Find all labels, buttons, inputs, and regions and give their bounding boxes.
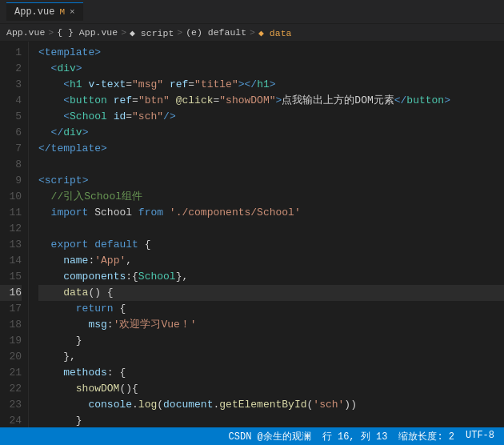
ln-5: 5 [0, 109, 22, 125]
code-line-23: console.log(document.getElementById('sch… [38, 397, 504, 413]
code-line-1: <template> [38, 45, 504, 61]
code-line-16: data() { [38, 285, 504, 301]
close-tab-button[interactable]: × [70, 7, 75, 17]
code-line-8 [38, 157, 504, 173]
code-line-17: return { [38, 301, 504, 317]
code-area[interactable]: <template> <div> <h1 v-text="msg" ref="t… [29, 42, 504, 427]
code-line-22: showDOM(){ [38, 381, 504, 397]
watermark: CSDN @余生的观澜 [229, 430, 311, 443]
tab-label: App.vue [14, 6, 54, 18]
ln-3: 3 [0, 77, 22, 93]
code-line-12 [38, 221, 504, 237]
tab-appvue[interactable]: App.vue M × [6, 2, 83, 21]
code-line-7: </template> [38, 141, 504, 157]
code-line-15: components:{School}, [38, 269, 504, 285]
code-line-24: } [38, 413, 504, 427]
code-line-20: }, [38, 349, 504, 365]
modified-indicator: M [59, 7, 65, 17]
ln-7: 7 [0, 141, 22, 157]
ln-11: 11 [0, 205, 22, 221]
ln-4: 4 [0, 93, 22, 109]
code-line-21: methods: { [38, 365, 504, 381]
breadcrumb-part-5: ◆ data [258, 27, 291, 38]
code-line-3: <h1 v-text="msg" ref="title"></h1> [38, 77, 504, 93]
breadcrumb-part-1: App.vue [6, 27, 45, 38]
title-bar: App.vue M × [0, 0, 504, 24]
code-line-10: //引入School组件 [38, 189, 504, 205]
code-line-2: <div> [38, 61, 504, 77]
ln-9: 9 [0, 173, 22, 189]
ln-1: 1 [0, 45, 22, 61]
editor: 1 2 3 4 5 6 7 8 9 10 11 12 13 14 15 16 1… [0, 42, 504, 427]
ln-20: 20 [0, 349, 22, 365]
status-bar: CSDN @余生的观澜 行 16, 列 13 缩放长度: 2 UTF-8 [0, 427, 504, 445]
status-encoding: UTF-8 [466, 430, 494, 443]
ln-10: 10 [0, 189, 22, 205]
breadcrumb-part-4: (e) default [186, 27, 246, 38]
ln-12: 12 [0, 221, 22, 237]
code-line-9: <script> [38, 173, 504, 189]
status-right: CSDN @余生的观澜 行 16, 列 13 缩放长度: 2 UTF-8 [229, 430, 494, 443]
breadcrumb-bar: App.vue > { } App.vue > ◆ script > (e) d… [0, 24, 504, 42]
code-line-14: name:'App', [38, 253, 504, 269]
code-line-6: </div> [38, 125, 504, 141]
status-sel-length: 缩放长度: 2 [398, 430, 454, 443]
ln-8: 8 [0, 157, 22, 173]
ln-22: 22 [0, 381, 22, 397]
breadcrumb-part-3: ◆ script [130, 27, 174, 38]
status-line-col: 行 16, 列 13 [322, 430, 388, 443]
ln-6: 6 [0, 125, 22, 141]
ln-13: 13 [0, 237, 22, 253]
code-line-5: <School id="sch"/> [38, 109, 504, 125]
ln-24: 24 [0, 413, 22, 427]
code-line-4: <button ref="btn" @click="showDOM">点我输出上… [38, 93, 504, 109]
code-line-13: export default { [38, 237, 504, 253]
code-line-18: msg:'欢迎学习Vue！' [38, 317, 504, 333]
ln-17: 17 [0, 301, 22, 317]
ln-18: 18 [0, 317, 22, 333]
ln-14: 14 [0, 253, 22, 269]
ln-16: 16 [0, 285, 22, 301]
line-numbers: 1 2 3 4 5 6 7 8 9 10 11 12 13 14 15 16 1… [0, 42, 29, 427]
ln-15: 15 [0, 269, 22, 285]
code-line-19: } [38, 333, 504, 349]
ln-23: 23 [0, 397, 22, 413]
breadcrumb-part-2: { } App.vue [57, 27, 118, 38]
code-line-11: import School from './components/School' [38, 205, 504, 221]
ln-2: 2 [0, 61, 22, 77]
ln-19: 19 [0, 333, 22, 349]
ln-21: 21 [0, 365, 22, 381]
